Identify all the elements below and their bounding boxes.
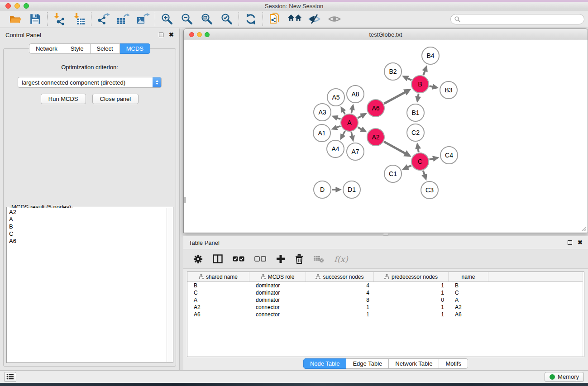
show-columns-button[interactable]	[213, 254, 223, 263]
export-table-button[interactable]	[116, 12, 130, 26]
delete-selected-rows-button[interactable]	[295, 254, 303, 264]
column-header-shared-name[interactable]: shared name	[187, 272, 249, 281]
column-header-name[interactable]: name	[449, 272, 488, 281]
table-row[interactable]: A6connector11A6	[187, 311, 584, 318]
tab-motifs[interactable]: Motifs	[439, 358, 468, 369]
column-header-successor-nodes[interactable]: successor nodes	[306, 272, 374, 281]
graph-node-A3[interactable]: A3	[313, 103, 331, 121]
deselect-all-rows-button[interactable]	[254, 256, 266, 262]
import-network-button[interactable]	[52, 12, 67, 26]
float-panel-icon[interactable]	[159, 33, 163, 37]
import-table-button[interactable]	[72, 12, 86, 26]
create-new-column-button[interactable]	[276, 254, 285, 263]
minimize-window-button[interactable]	[14, 3, 20, 9]
zoom-selected-region-button[interactable]	[220, 12, 234, 26]
first-neighbors-button[interactable]	[287, 12, 302, 26]
mcds-list-scrollbar[interactable]	[167, 208, 172, 362]
network-zoom-button[interactable]	[205, 32, 210, 37]
graph-node-B1[interactable]: B1	[406, 104, 425, 122]
graph-node-A5[interactable]: A5	[327, 88, 345, 106]
graph-edge-C-C1[interactable]	[402, 164, 411, 170]
open-session-button[interactable]	[8, 12, 23, 26]
zoom-in-button[interactable]	[160, 12, 174, 26]
close-panel-icon[interactable]: ✖	[169, 33, 174, 37]
run-mcds-button[interactable]: Run MCDS	[41, 94, 86, 104]
graph-node-A4[interactable]: A4	[326, 140, 344, 158]
search-input[interactable]	[463, 16, 580, 22]
tab-mcds[interactable]: MCDS	[120, 43, 150, 54]
graph-edge-B-B3[interactable]	[430, 84, 439, 90]
graph-edge-C-C3[interactable]	[421, 171, 427, 181]
graph-edge-C-C4[interactable]	[430, 156, 440, 162]
mcds-result-item[interactable]: A6	[7, 238, 167, 245]
graph-node-C1[interactable]: C1	[384, 165, 402, 183]
close-table-panel-icon[interactable]: ✖	[578, 240, 583, 245]
graph-edge-C-C2[interactable]	[415, 143, 421, 152]
graph-edge-A-A1[interactable]	[331, 125, 341, 130]
graph-edge-A6-B[interactable]	[384, 89, 411, 104]
graph-node-B[interactable]: B	[411, 75, 429, 93]
graph-node-A8[interactable]: A8	[346, 85, 364, 103]
tab-style[interactable]: Style	[64, 43, 91, 54]
zoom-window-button[interactable]	[24, 3, 29, 9]
export-image-button[interactable]	[136, 12, 150, 26]
mcds-result-item[interactable]: C	[7, 230, 167, 238]
mcds-result-item[interactable]: A2	[7, 209, 167, 216]
export-network-button[interactable]	[96, 12, 110, 26]
graph-node-A[interactable]: A	[340, 114, 359, 132]
table-mode-button[interactable]	[193, 254, 203, 264]
graph-node-D1[interactable]: D1	[343, 181, 361, 199]
graph-edge-A-A7[interactable]	[349, 132, 355, 142]
zoom-out-button[interactable]	[180, 12, 194, 26]
graph-edge-D-D1[interactable]	[332, 187, 342, 192]
graph-edge-A-A3[interactable]	[332, 115, 341, 120]
new-network-from-selection-button[interactable]	[268, 12, 282, 26]
graph-node-B4[interactable]: B4	[421, 47, 440, 65]
close-panel-button[interactable]: Close panel	[92, 94, 139, 104]
graph-edge-A-A5[interactable]	[340, 106, 346, 114]
graph-edge-A2-C[interactable]	[384, 142, 411, 157]
show-all-button[interactable]	[327, 12, 342, 26]
tab-edge-table[interactable]: Edge Table	[346, 358, 389, 369]
memory-button[interactable]: Memory	[545, 372, 584, 382]
graph-node-B3[interactable]: B3	[440, 81, 458, 99]
tab-node-table[interactable]: Node Table	[303, 358, 347, 369]
graph-edge-B-B4[interactable]	[422, 65, 427, 76]
graph-node-D[interactable]: D	[313, 181, 331, 199]
network-vertical-scrollbar[interactable]	[184, 197, 186, 203]
table-row[interactable]: Cdominator41C	[187, 289, 584, 296]
graph-node-B2[interactable]: B2	[384, 62, 402, 81]
float-table-panel-icon[interactable]	[568, 240, 572, 245]
graph-edge-A-A2[interactable]	[358, 127, 367, 133]
graph-node-C4[interactable]: C4	[440, 146, 458, 164]
graph-edge-B-B1[interactable]	[415, 94, 421, 103]
mcds-result-item[interactable]: B	[7, 223, 167, 230]
criterion-dropdown[interactable]: largest connected component (directed)	[18, 77, 162, 88]
table-row[interactable]: Adominator80A	[187, 296, 584, 304]
network-minimize-button[interactable]	[197, 32, 202, 37]
network-window-titlebar[interactable]: testGlobe.txt	[184, 29, 588, 40]
split-pane-handle[interactable]	[383, 233, 389, 236]
table-row[interactable]: Bdominator41B	[187, 282, 584, 289]
graph-node-A2[interactable]: A2	[367, 128, 385, 146]
network-close-button[interactable]	[189, 32, 194, 37]
graph-node-C2[interactable]: C2	[406, 124, 425, 142]
table-row[interactable]: A2connector11A2	[187, 304, 584, 311]
node-table-scrollbar[interactable]	[583, 272, 584, 357]
graph-node-A1[interactable]: A1	[313, 124, 331, 142]
mcds-result-item[interactable]: A	[7, 216, 167, 223]
resize-grip-icon[interactable]	[580, 225, 586, 231]
tab-network[interactable]: Network	[29, 43, 64, 54]
tab-select[interactable]: Select	[91, 43, 120, 54]
zoom-fit-content-button[interactable]	[200, 12, 214, 26]
graph-node-A7[interactable]: A7	[346, 143, 364, 161]
graph-node-A6[interactable]: A6	[367, 99, 385, 117]
select-all-rows-button[interactable]	[233, 256, 244, 262]
show-task-history-button[interactable]	[4, 372, 16, 382]
tab-network-table[interactable]: Network Table	[389, 358, 439, 369]
column-header-predecessor-nodes[interactable]: predecessor nodes	[374, 272, 449, 281]
close-window-button[interactable]	[5, 3, 11, 9]
graph-edge-A-A4[interactable]	[340, 131, 345, 140]
graph-edge-B-B2[interactable]	[402, 76, 411, 81]
network-canvas[interactable]: B4B2BB3A8A5A6B1A3AC2A1A2A4A7C4CC1C3DD1	[184, 41, 587, 232]
